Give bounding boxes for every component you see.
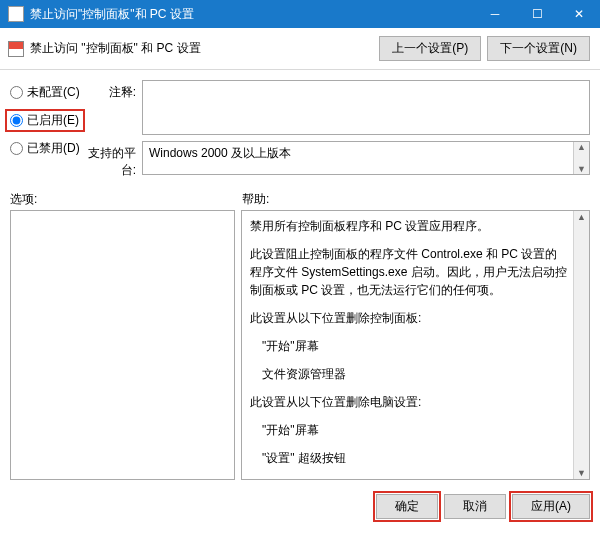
next-setting-button[interactable]: 下一个设置(N) — [487, 36, 590, 61]
help-box: 禁用所有控制面板程序和 PC 设置应用程序。 此设置阻止控制面板的程序文件 Co… — [241, 210, 590, 480]
radio-not-configured[interactable]: 未配置(C) — [10, 84, 82, 101]
help-scrollbar[interactable] — [573, 211, 589, 479]
help-p3: 此设置从以下位置删除控制面板: — [250, 309, 567, 327]
help-p4b: "设置" 超级按钮 — [250, 449, 567, 467]
maximize-button[interactable]: ☐ — [516, 0, 558, 28]
platform-box: Windows 2000 及以上版本 ▲▼ — [142, 141, 590, 175]
scrollbar[interactable]: ▲▼ — [573, 142, 589, 174]
ok-button[interactable]: 确定 — [376, 494, 438, 519]
radio-disabled[interactable]: 已禁用(D) — [10, 140, 82, 157]
radio-disabled-label: 已禁用(D) — [27, 140, 80, 157]
radio-enabled-label: 已启用(E) — [27, 112, 79, 129]
radio-disabled-input[interactable] — [10, 142, 23, 155]
help-p4a: "开始"屏幕 — [250, 421, 567, 439]
window-title: 禁止访问"控制面板"和 PC 设置 — [30, 6, 474, 23]
apply-button[interactable]: 应用(A) — [512, 494, 590, 519]
cancel-button[interactable]: 取消 — [444, 494, 506, 519]
policy-title: 禁止访问 "控制面板" 和 PC 设置 — [30, 40, 373, 57]
options-box — [10, 210, 235, 480]
close-button[interactable]: ✕ — [558, 0, 600, 28]
footer: 确定 取消 应用(A) — [0, 480, 600, 527]
help-p3a: "开始"屏幕 — [250, 337, 567, 355]
platform-label: 支持的平台: — [82, 141, 142, 179]
help-p4c: 用户头像 — [250, 477, 567, 480]
radio-enabled-input[interactable] — [10, 114, 23, 127]
radio-not-configured-label: 未配置(C) — [27, 84, 80, 101]
header-row: 禁止访问 "控制面板" 和 PC 设置 上一个设置(P) 下一个设置(N) — [0, 28, 600, 70]
comment-input[interactable] — [142, 80, 590, 135]
help-label: 帮助: — [242, 191, 269, 208]
help-p1: 禁用所有控制面板程序和 PC 设置应用程序。 — [250, 217, 567, 235]
help-p4: 此设置从以下位置删除电脑设置: — [250, 393, 567, 411]
policy-icon — [8, 41, 24, 57]
radio-not-configured-input[interactable] — [10, 86, 23, 99]
prev-setting-button[interactable]: 上一个设置(P) — [379, 36, 481, 61]
minimize-button[interactable]: ─ — [474, 0, 516, 28]
help-p2: 此设置阻止控制面板的程序文件 Control.exe 和 PC 设置的程序文件 … — [250, 245, 567, 299]
radio-enabled[interactable]: 已启用(E) — [5, 109, 85, 132]
radio-group: 未配置(C) 已启用(E) 已禁用(D) — [10, 80, 82, 185]
app-icon — [8, 6, 24, 22]
titlebar: 禁止访问"控制面板"和 PC 设置 ─ ☐ ✕ — [0, 0, 600, 28]
comment-label: 注释: — [82, 80, 142, 135]
options-label: 选项: — [10, 191, 242, 208]
platform-value: Windows 2000 及以上版本 — [149, 146, 291, 160]
help-p3b: 文件资源管理器 — [250, 365, 567, 383]
